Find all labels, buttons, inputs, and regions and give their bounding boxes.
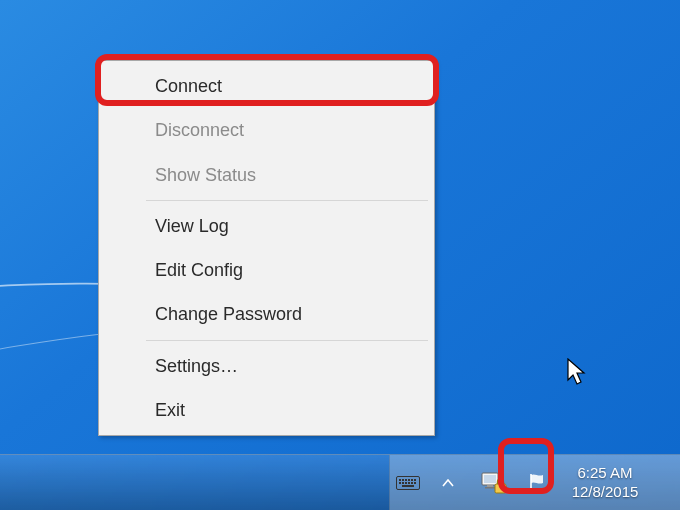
taskbar-spacer xyxy=(0,455,389,510)
action-center-icon[interactable] xyxy=(526,455,548,511)
svg-rect-3 xyxy=(405,479,407,481)
keyboard-icon[interactable] xyxy=(394,455,422,511)
svg-rect-2 xyxy=(402,479,404,481)
vpn-context-menu: Connect Disconnect Show Status View Log … xyxy=(98,60,435,436)
taskbar: 6:25 AM 12/8/2015 xyxy=(0,454,680,510)
menu-item-exit[interactable]: Exit xyxy=(102,388,431,432)
svg-rect-18 xyxy=(495,484,506,493)
svg-rect-13 xyxy=(402,485,414,487)
svg-rect-17 xyxy=(485,487,495,489)
menu-separator xyxy=(146,200,428,201)
svg-rect-7 xyxy=(399,482,401,484)
menu-item-edit-config[interactable]: Edit Config xyxy=(102,248,431,292)
svg-rect-5 xyxy=(411,479,413,481)
menu-item-settings[interactable]: Settings… xyxy=(102,344,431,388)
svg-rect-15 xyxy=(484,475,496,483)
svg-rect-4 xyxy=(408,479,410,481)
svg-rect-6 xyxy=(414,479,416,481)
vpn-tray-icon[interactable] xyxy=(474,455,514,511)
system-tray: 6:25 AM 12/8/2015 xyxy=(389,455,680,510)
menu-separator xyxy=(146,340,428,341)
svg-rect-11 xyxy=(411,482,413,484)
svg-rect-8 xyxy=(402,482,404,484)
svg-rect-9 xyxy=(405,482,407,484)
menu-item-view-log[interactable]: View Log xyxy=(102,204,431,248)
clock-time: 6:25 AM xyxy=(570,464,640,483)
menu-item-show-status: Show Status xyxy=(102,153,431,197)
taskbar-clock[interactable]: 6:25 AM 12/8/2015 xyxy=(560,464,650,502)
svg-rect-12 xyxy=(414,482,416,484)
svg-rect-10 xyxy=(408,482,410,484)
svg-rect-16 xyxy=(487,485,493,487)
menu-item-connect[interactable]: Connect xyxy=(102,64,431,108)
clock-date: 12/8/2015 xyxy=(570,483,640,502)
show-hidden-icons-icon[interactable] xyxy=(434,455,462,511)
menu-item-disconnect: Disconnect xyxy=(102,108,431,152)
menu-item-change-password[interactable]: Change Password xyxy=(102,292,431,336)
svg-rect-1 xyxy=(399,479,401,481)
mouse-cursor-icon xyxy=(567,358,587,390)
